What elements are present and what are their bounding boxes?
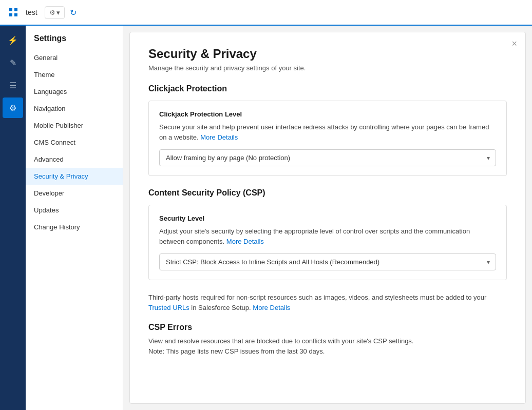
csp-level-select[interactable]: Strict CSP: Block Access to Inline Scrip…: [159, 253, 496, 270]
sidebar-item-security-privacy[interactable]: Security & Privacy: [26, 168, 123, 185]
lightning-icon: ⚡: [8, 35, 18, 45]
main-area: ⚡ ✎ ☰ ⚙ Settings General Theme Languages…: [0, 26, 532, 410]
trusted-urls-footer: Third-party hosts required for non-scrip…: [148, 292, 507, 313]
svg-rect-1: [14, 8, 17, 11]
rail-settings-button[interactable]: ⚙: [3, 97, 23, 118]
sidebar-item-general[interactable]: General: [26, 49, 123, 66]
refresh-button[interactable]: ↻: [70, 8, 77, 17]
footer-text-before: Third-party hosts required for non-scrip…: [148, 294, 486, 301]
clickjack-more-details-link[interactable]: More Details: [200, 133, 238, 141]
csp-section-title: Content Security Policy (CSP): [148, 188, 507, 198]
csp-card-label: Security Level: [159, 214, 496, 222]
csp-errors-desc-line1: View and resolve resources that are bloc…: [148, 336, 507, 346]
page-title: Security & Privacy: [148, 47, 507, 61]
sidebar: Settings General Theme Languages Navigat…: [26, 26, 123, 410]
footer-more-details-link[interactable]: More Details: [253, 304, 290, 311]
sidebar-item-navigation[interactable]: Navigation: [26, 100, 123, 117]
site-name: test: [26, 8, 37, 16]
clickjack-card-description: Secure your site and help prevent user i…: [159, 122, 496, 142]
refresh-icon: ↻: [70, 8, 77, 17]
svg-rect-3: [14, 13, 17, 16]
csp-more-details-link[interactable]: More Details: [226, 238, 264, 245]
clickjack-card: Clickjack Protection Level Secure your s…: [148, 101, 507, 176]
svg-rect-2: [9, 13, 12, 16]
rail-edit-button[interactable]: ✎: [3, 52, 23, 73]
sidebar-item-cms-connect[interactable]: CMS Connect: [26, 134, 123, 151]
content-panel: × Security & Privacy Manage the security…: [129, 32, 526, 404]
menu-icon: ☰: [9, 81, 16, 90]
clickjack-protection-select[interactable]: Allow framing by any page (No protection…: [159, 149, 496, 166]
clickjack-section: Clickjack Protection Clickjack Protectio…: [148, 84, 507, 176]
gear-icon: ⚙: [9, 103, 16, 113]
sidebar-item-advanced[interactable]: Advanced: [26, 151, 123, 168]
topbar: test ⚙ ▾ ↻: [0, 0, 532, 26]
gear-icon: ⚙: [49, 9, 55, 16]
csp-errors-desc-line2: Note: This page lists new CSP issues fro…: [148, 346, 507, 357]
clickjack-select-wrapper: Allow framing by any page (No protection…: [159, 149, 496, 166]
csp-card: Security Level Adjust your site's securi…: [148, 205, 507, 280]
sidebar-title: Settings: [26, 34, 123, 49]
csp-card-description: Adjust your site's security by selecting…: [159, 226, 496, 246]
rail-menu-button[interactable]: ☰: [3, 75, 23, 95]
csp-select-wrapper: Strict CSP: Block Access to Inline Scrip…: [159, 253, 496, 270]
clickjack-section-title: Clickjack Protection: [148, 84, 507, 93]
page-subtitle: Manage the security and privacy settings…: [148, 64, 507, 72]
csp-section: Content Security Policy (CSP) Security L…: [148, 188, 507, 280]
sidebar-item-updates[interactable]: Updates: [26, 202, 123, 219]
trusted-urls-link[interactable]: Trusted URLs: [148, 304, 189, 311]
grid-icon: [6, 5, 21, 19]
pencil-icon: ✎: [10, 58, 16, 68]
svg-rect-0: [9, 8, 12, 11]
csp-errors-title: CSP Errors: [148, 323, 507, 332]
sidebar-item-languages[interactable]: Languages: [26, 83, 123, 100]
csp-desc-text: Adjust your site's security by selecting…: [159, 227, 470, 245]
csp-errors-section: CSP Errors View and resolve resources th…: [148, 323, 507, 356]
sidebar-item-change-history[interactable]: Change History: [26, 219, 123, 236]
sidebar-item-theme[interactable]: Theme: [26, 66, 123, 83]
sidebar-item-developer[interactable]: Developer: [26, 185, 123, 202]
icon-rail: ⚡ ✎ ☰ ⚙: [0, 26, 26, 410]
footer-text-after: in Salesforce Setup.: [191, 304, 251, 311]
sidebar-item-mobile-publisher[interactable]: Mobile Publisher: [26, 117, 123, 134]
settings-chevron: ▾: [56, 9, 60, 16]
clickjack-card-label: Clickjack Protection Level: [159, 110, 496, 118]
settings-button[interactable]: ⚙ ▾: [45, 6, 65, 19]
close-button[interactable]: ×: [511, 38, 517, 49]
rail-lightning-button[interactable]: ⚡: [3, 30, 23, 50]
